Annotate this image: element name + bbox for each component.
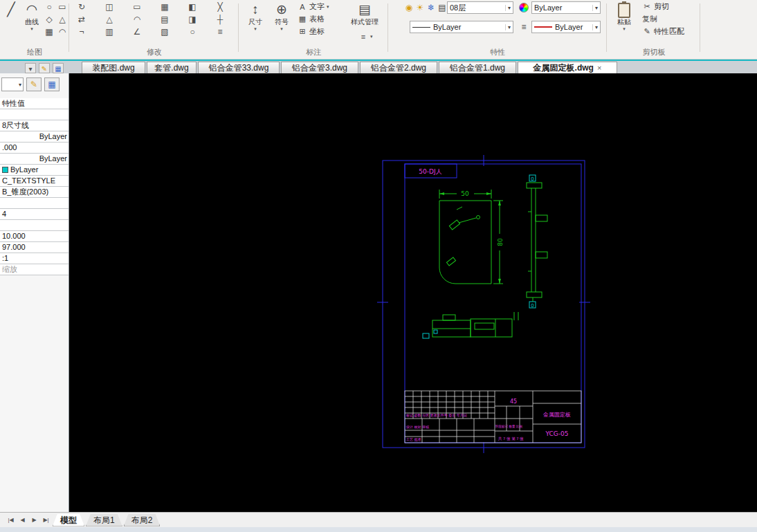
prev-tab-button[interactable]: ◀ xyxy=(17,517,28,523)
draw-tool-icon[interactable]: ▦ xyxy=(43,26,55,37)
toggle-pickadd-button[interactable]: ✎ xyxy=(26,77,42,91)
drawing-canvas[interactable]: 50-DJ人 50 xyxy=(69,73,757,512)
lineweight-combo[interactable]: ByLayer ▾ xyxy=(531,21,601,33)
property-row[interactable]: :1 xyxy=(0,253,69,264)
palette-menu-button[interactable]: ▾ xyxy=(25,63,36,73)
match-properties-button[interactable]: ✎ 特性匹配 xyxy=(642,26,684,37)
color-combo[interactable]: ByLayer ▾ xyxy=(531,1,601,14)
select-objects-button[interactable]: ▦ xyxy=(44,77,60,91)
property-row[interactable]: ByLayer xyxy=(0,131,69,143)
draw-tool-icon[interactable]: ◇ xyxy=(43,14,55,25)
modify-tool-icon[interactable]: ¬ xyxy=(75,26,88,37)
modify-tool-icon[interactable]: ┼ xyxy=(214,14,226,25)
modify-tool-icon[interactable]: ▭ xyxy=(131,1,143,12)
property-row[interactable]: 8尺寸线 xyxy=(0,120,69,131)
table-tool[interactable]: ▦ 表格 xyxy=(298,13,325,25)
paste-button[interactable]: 粘贴 ▾ xyxy=(612,1,637,43)
front-view xyxy=(439,201,491,284)
quick-select-icon[interactable]: ✎ xyxy=(39,63,50,73)
property-value: 10.000 xyxy=(2,231,26,241)
doc-tab[interactable]: 铝合金管1.dwg xyxy=(439,62,516,74)
property-row[interactable]: 4 xyxy=(0,209,69,220)
part-number-text: YCG-05 xyxy=(545,430,569,437)
titleblock-header-row: 标记 处数 分区 更改文件号 签名 年月日 xyxy=(405,413,467,418)
modify-tool-icon[interactable]: ▥ xyxy=(103,26,116,37)
property-value: :1 xyxy=(2,253,8,264)
text-icon: A xyxy=(298,3,307,11)
tab-model[interactable]: 模型 xyxy=(53,514,84,526)
ribbon-section-properties: ◉ ☀ ❄ ▤ 08层 ▾ ByLayer ▾ ByLayer ▾ ≡ ByLa… xyxy=(389,0,607,59)
modify-tool-icon[interactable]: ⇄ xyxy=(75,14,88,25)
property-row[interactable]: B_锥度(2003) xyxy=(0,187,69,198)
last-tab-button[interactable]: ▶| xyxy=(41,517,51,523)
text-tool[interactable]: A 文字 ▾ xyxy=(298,1,329,12)
select-objects-icon[interactable]: ▦ xyxy=(53,63,64,73)
modify-tool-icon[interactable]: ◫ xyxy=(103,1,116,12)
modify-tool-icon[interactable]: △ xyxy=(103,14,116,25)
doc-tab-active[interactable]: 金属固定板.dwg × xyxy=(518,62,617,74)
paste-clipboard-icon xyxy=(618,3,630,18)
next-tab-button[interactable]: ▶ xyxy=(29,517,39,523)
doc-tab-label: 铝合金管1.dwg xyxy=(450,62,505,74)
modify-tool-icon[interactable]: ▧ xyxy=(158,26,171,37)
symbol-button[interactable]: ⊕ 符号 ▾ xyxy=(270,1,293,43)
chevron-down-icon: ▾ xyxy=(592,5,598,11)
dim-width-text: 50 xyxy=(461,190,469,197)
modify-tool-icon[interactable]: ∠ xyxy=(131,26,143,37)
doc-tab-label: 铝合金管3.dwg xyxy=(292,62,347,74)
dimension-button[interactable]: ↕ 尺寸 ▾ xyxy=(244,1,267,43)
lineweight-icon[interactable]: ≡ xyxy=(518,21,530,33)
cut-label: 剪切 xyxy=(654,1,669,12)
property-row[interactable]: ByLayer xyxy=(0,165,69,176)
modify-tool-icon[interactable]: ▦ xyxy=(158,1,171,12)
modify-tool-icon[interactable]: ▤ xyxy=(158,14,171,25)
property-row[interactable]: 特性值 xyxy=(0,98,69,109)
draw-tool-icon[interactable]: ○ xyxy=(43,1,55,12)
draw-tool-icon[interactable]: ▭ xyxy=(56,1,69,12)
list-icon: ≡ xyxy=(358,33,368,41)
modify-tool-icon[interactable]: ○ xyxy=(186,26,199,37)
cad-drawing: 50-DJ人 50 xyxy=(69,73,757,512)
property-row[interactable]: 97.000 xyxy=(0,242,69,253)
property-row[interactable]: .000 xyxy=(0,143,69,154)
property-row[interactable]: ByLayer xyxy=(0,154,69,165)
first-tab-button[interactable]: |◀ xyxy=(6,517,16,523)
modify-tool-icon[interactable]: ╳ xyxy=(214,1,226,12)
modify-tool-icon[interactable]: ≡ xyxy=(214,26,226,37)
annotate-more-button[interactable]: ≡ ▾ xyxy=(358,30,373,42)
cut-button[interactable]: ✂ 剪切 xyxy=(642,1,669,12)
text-label: 文字 xyxy=(309,1,325,12)
modify-tool-icon[interactable]: ↻ xyxy=(75,1,88,12)
modify-tool-icon[interactable]: ◠ xyxy=(131,14,143,25)
doc-tab[interactable]: 套管.dwg xyxy=(147,62,197,74)
layer-combo[interactable]: 08层 ▾ xyxy=(447,1,513,14)
copy-button[interactable]: 复制 ▾ xyxy=(642,13,657,25)
tab-layout1[interactable]: 布局1 xyxy=(86,514,122,526)
close-tab-icon[interactable]: × xyxy=(597,64,601,72)
side-view: 0 0 xyxy=(527,175,547,309)
property-row[interactable]: C_TEXTSTYLE xyxy=(0,176,69,187)
modify-tool-icon[interactable]: ◨ xyxy=(186,14,199,25)
doc-tab[interactable]: 铝合金管33.dwg xyxy=(198,62,280,74)
draw-tool-icon[interactable]: ◠ xyxy=(56,26,69,37)
property-row[interactable]: 10.000 xyxy=(0,231,69,242)
coordinate-tool[interactable]: ⊞ 坐标 xyxy=(298,26,325,37)
object-type-combo[interactable]: ▾ xyxy=(1,77,24,91)
doc-tab[interactable]: 铝合金管3.dwg xyxy=(281,62,358,74)
layer-combo-value: 08层 xyxy=(450,3,466,13)
doc-tab-label: 铝合金管2.dwg xyxy=(371,62,426,74)
section-label-draw: 绘图 xyxy=(0,47,69,57)
tab-layout2[interactable]: 布局2 xyxy=(124,514,161,526)
modify-tool-icon[interactable]: ◧ xyxy=(186,1,199,12)
property-value: B_锥度(2003) xyxy=(2,187,48,197)
line-tool-button[interactable]: ╱ xyxy=(1,1,21,43)
linetype-combo[interactable]: ByLayer ▾ xyxy=(410,21,513,33)
document-tab-bar: ▾ ✎ ▦ 装配图.dwg 套管.dwg 铝合金管33.dwg 铝合金管3.dw… xyxy=(0,59,757,73)
match-properties-label: 特性匹配 xyxy=(654,26,684,37)
curve-tool-button[interactable]: ◠ 曲线 ▾ xyxy=(22,1,42,43)
doc-tab[interactable]: 铝合金管2.dwg xyxy=(360,62,437,74)
doc-tab[interactable]: 装配图.dwg xyxy=(82,62,145,74)
color-wheel-icon[interactable] xyxy=(519,3,529,12)
dim-zero-top-text: 0 xyxy=(531,176,533,182)
draw-tool-icon[interactable]: △ xyxy=(56,14,69,25)
